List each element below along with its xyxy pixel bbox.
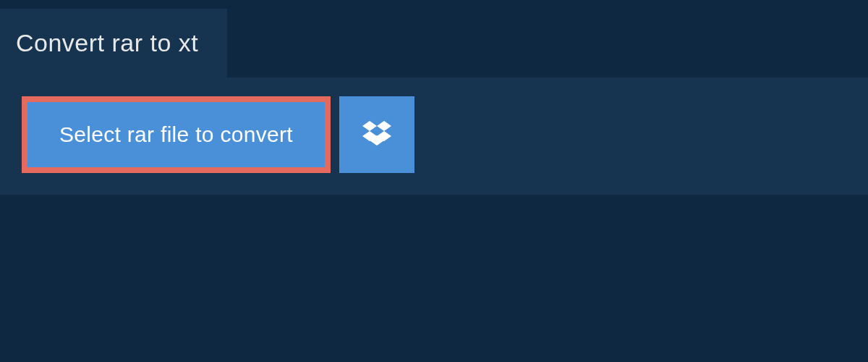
- select-file-label: Select rar file to convert: [59, 122, 293, 147]
- dropbox-button[interactable]: [339, 96, 414, 173]
- page-title-tab: Convert rar to xt: [0, 9, 227, 77]
- button-row: Select rar file to convert: [22, 96, 846, 173]
- upload-panel: Select rar file to convert: [0, 77, 868, 195]
- dropbox-icon: [362, 121, 391, 149]
- spacer: [0, 195, 868, 340]
- page-title: Convert rar to xt: [16, 29, 198, 56]
- select-file-button[interactable]: Select rar file to convert: [22, 96, 331, 173]
